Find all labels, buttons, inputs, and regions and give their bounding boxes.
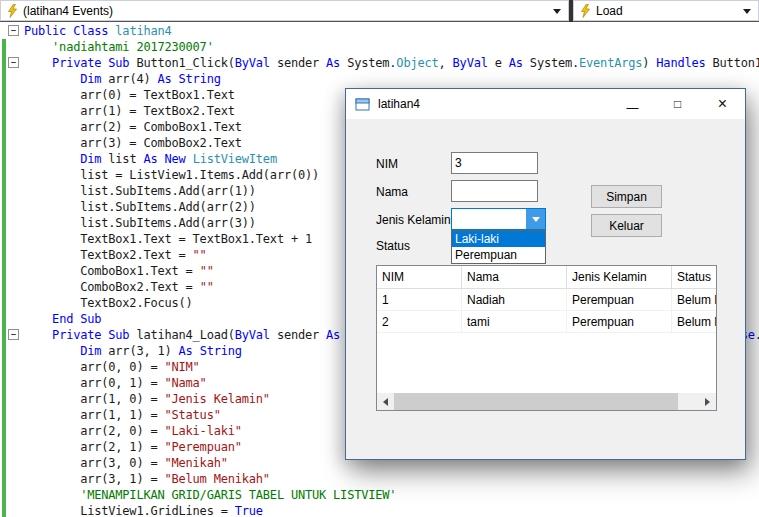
change-tracking-bar [2, 327, 6, 343]
listview-column-header[interactable]: NIM [377, 266, 462, 288]
fold-collapse-icon[interactable]: − [8, 329, 19, 340]
code-text: arr(0) = TextBox1.Text [24, 88, 235, 102]
code-text: arr(3, 0) = "Menikah" [24, 456, 228, 470]
lightning-icon [7, 4, 18, 18]
code-line[interactable]: 'MENAMPILKAN GRID/GARIS TABEL UNTUK LIST… [0, 487, 759, 503]
listview-cell: Belum Menikah [672, 289, 717, 311]
code-text: TextBox2.Focus() [24, 296, 193, 310]
maximize-button[interactable]: □ [655, 89, 700, 119]
code-text: arr(1) = TextBox2.Text [24, 104, 235, 118]
code-text: TextBox1.Text = TextBox1.Text + 1 [24, 232, 312, 246]
change-tracking-bar [2, 279, 6, 295]
simpan-button[interactable]: Simpan [591, 185, 662, 208]
dropdown-option[interactable]: Perempuan [452, 247, 545, 263]
change-tracking-bar [2, 391, 6, 407]
fold-collapse-icon[interactable]: − [8, 25, 19, 36]
code-text: arr(0, 0) = "NIM" [24, 360, 200, 374]
jenis-kelamin-combobox[interactable] [451, 208, 546, 230]
listview-cell: 2 [377, 311, 462, 333]
change-tracking-bar [2, 455, 6, 471]
editor-navigation-bar: (latihan4 Events) Load [0, 0, 759, 22]
change-tracking-bar [2, 247, 6, 263]
code-line[interactable]: −Public Class latihan4 [0, 23, 759, 39]
change-tracking-bar [2, 199, 6, 215]
form-title: latihan4 [378, 97, 420, 111]
code-text: list.SubItems.Add(arr(1)) [24, 184, 256, 198]
listview-header: NIMNamaJenis KelaminStatus [377, 266, 716, 289]
listview-cell: Belum Menikah [672, 311, 717, 333]
listview-row[interactable]: 2tamiPerempuanBelum Menikah [377, 311, 716, 333]
code-text: arr(3) = ComboBox2.Text [24, 136, 242, 150]
event-handler-dropdown[interactable]: Load [573, 0, 759, 21]
code-text: list = ListView1.Items.Add(arr(0)) [24, 168, 319, 182]
lightning-icon [580, 4, 591, 18]
code-text: arr(2, 0) = "Laki-laki" [24, 424, 242, 438]
nama-input[interactable] [451, 180, 538, 202]
minimize-button[interactable]: — [610, 89, 655, 123]
status-label: Status [376, 239, 410, 253]
code-text: arr(2, 1) = "Perempuan" [24, 440, 242, 454]
form-icon [355, 97, 370, 112]
code-text: Public Class latihan4 [24, 24, 172, 38]
chevron-down-icon [553, 9, 561, 14]
listview-row[interactable]: 1NadiahPerempuanBelum Menikah [377, 289, 716, 311]
code-line[interactable]: − Private Sub Button1_Click(ByVal sender… [0, 55, 759, 71]
code-text: arr(1, 1) = "Status" [24, 408, 221, 422]
change-tracking-bar [2, 311, 6, 327]
form-titlebar[interactable]: latihan4 — □ × [346, 89, 745, 119]
change-tracking-bar [2, 487, 6, 503]
scroll-right-icon[interactable] [699, 393, 716, 410]
code-text: arr(0, 1) = "Nama" [24, 376, 207, 390]
code-text: ListView1.GridLines = True [24, 504, 263, 517]
code-line[interactable]: 'nadiahtami 2017230007' [0, 39, 759, 55]
code-line[interactable]: arr(3, 1) = "Belum Menikah" [0, 471, 759, 487]
events-dropdown-label: (latihan4 Events) [23, 4, 113, 18]
listview[interactable]: NIMNamaJenis KelaminStatus 1NadiahPeremp… [376, 265, 717, 411]
listview-column-header[interactable]: Jenis Kelamin [567, 266, 672, 288]
change-tracking-bar [2, 135, 6, 151]
chevron-down-icon [743, 9, 751, 14]
listview-cell: Nadiah [462, 289, 567, 311]
change-tracking-bar [2, 295, 6, 311]
change-tracking-bar [2, 375, 6, 391]
code-text: ComboBox1.Text = "" [24, 264, 214, 278]
listview-cell: Perempuan [567, 311, 672, 333]
close-button[interactable]: × [700, 89, 745, 119]
latihan4-form-window: latihan4 — □ × NIM Nama Jenis Kelamin St… [345, 88, 746, 460]
fold-collapse-icon[interactable]: − [8, 57, 19, 68]
change-tracking-bar [2, 439, 6, 455]
horizontal-scrollbar[interactable] [377, 393, 716, 410]
jenis-kelamin-dropdown-list: Laki-lakiPerempuan [451, 230, 546, 264]
change-tracking-bar [2, 183, 6, 199]
change-tracking-bar [2, 423, 6, 439]
nim-input[interactable] [451, 152, 538, 174]
dropdown-option[interactable]: Laki-laki [452, 231, 545, 247]
combobox-dropdown-button[interactable] [526, 209, 545, 229]
listview-column-header[interactable]: Status [672, 266, 717, 288]
listview-cell: Perempuan [567, 289, 672, 311]
listview-cell: 1 [377, 289, 462, 311]
change-tracking-bar [2, 407, 6, 423]
code-text: ComboBox2.Text = "" [24, 280, 214, 294]
chevron-down-icon [532, 217, 540, 222]
change-tracking-bar [2, 103, 6, 119]
scrollbar-thumb[interactable] [394, 393, 678, 410]
change-tracking-bar [2, 503, 6, 517]
caption-buttons: — □ × [610, 89, 745, 119]
change-tracking-bar [2, 343, 6, 359]
events-dropdown[interactable]: (latihan4 Events) [0, 0, 569, 21]
listview-column-header[interactable]: Nama [462, 266, 567, 288]
code-text: TextBox2.Text = "" [24, 248, 207, 262]
change-tracking-bar [2, 87, 6, 103]
code-text: list.SubItems.Add(arr(3)) [24, 216, 256, 230]
change-tracking-bar [2, 359, 6, 375]
change-tracking-bar [2, 151, 6, 167]
change-tracking-bar [2, 71, 6, 87]
keluar-button[interactable]: Keluar [591, 214, 662, 237]
change-tracking-bar [2, 231, 6, 247]
scroll-left-icon[interactable] [377, 393, 394, 410]
code-line[interactable]: Dim arr(4) As String [0, 71, 759, 87]
jenis-kelamin-label: Jenis Kelamin [376, 213, 451, 227]
change-tracking-bar [2, 119, 6, 135]
code-line[interactable]: ListView1.GridLines = True [0, 503, 759, 517]
